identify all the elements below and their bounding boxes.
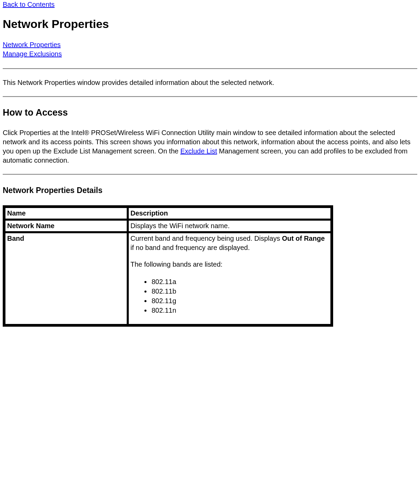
details-heading: Network Properties Details bbox=[3, 186, 417, 195]
page-nav-links: Network Properties Manage Exclusions bbox=[3, 40, 417, 59]
header-description: Description bbox=[128, 207, 331, 219]
manage-exclusions-link[interactable]: Manage Exclusions bbox=[3, 50, 62, 58]
row-description: Current band and frequency being used. D… bbox=[128, 233, 331, 325]
back-to-contents-link[interactable]: Back to Contents bbox=[3, 1, 55, 8]
table-row: Band Current band and frequency being us… bbox=[5, 233, 331, 325]
list-item: 802.11n bbox=[151, 306, 329, 315]
list-item: 802.11g bbox=[151, 296, 329, 306]
band-desc-after: if no band and frequency are displayed. bbox=[130, 244, 250, 251]
how-to-access-paragraph: Click Properties at the Intel® PROSet/Wi… bbox=[3, 128, 417, 165]
band-out-of-range-bold: Out of Range bbox=[282, 235, 325, 242]
list-item: 802.11b bbox=[151, 287, 329, 296]
divider bbox=[3, 174, 417, 175]
band-list: 802.11a 802.11b 802.11g 802.11n bbox=[130, 277, 329, 315]
row-name: Network Name bbox=[5, 220, 127, 232]
page-title: Network Properties bbox=[3, 17, 417, 31]
details-table: Name Description Network Name Displays t… bbox=[3, 205, 333, 327]
network-properties-link[interactable]: Network Properties bbox=[3, 41, 61, 48]
band-listed-label: The following bands are listed: bbox=[130, 260, 329, 269]
row-description: Displays the WiFi network name. bbox=[128, 220, 331, 232]
exclude-list-link[interactable]: Exclude List bbox=[180, 147, 217, 155]
intro-paragraph: This Network Properties window provides … bbox=[3, 78, 417, 87]
header-name: Name bbox=[5, 207, 127, 219]
divider bbox=[3, 96, 417, 97]
table-row: Network Name Displays the WiFi network n… bbox=[5, 220, 331, 232]
band-desc-before: Current band and frequency being used. D… bbox=[130, 235, 282, 242]
divider bbox=[3, 68, 417, 69]
row-name: Band bbox=[5, 233, 127, 325]
table-header-row: Name Description bbox=[5, 207, 331, 219]
list-item: 802.11a bbox=[151, 277, 329, 286]
how-to-access-heading: How to Access bbox=[3, 107, 417, 118]
